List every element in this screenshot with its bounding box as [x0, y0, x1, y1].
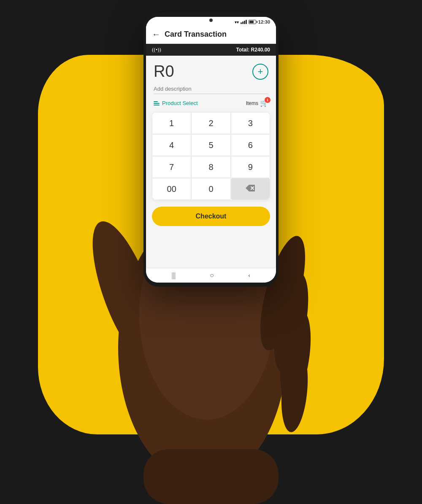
key-0[interactable]: 0 [191, 178, 230, 200]
phone-device: ▾▾ 12:30 ← Car [143, 13, 279, 287]
key-backspace[interactable] [231, 178, 270, 200]
signal-bar-1 [241, 22, 242, 24]
product-row: Product Select Items 🛒 1 [152, 98, 270, 108]
key-7[interactable]: 7 [152, 156, 191, 178]
menu-line-3 [154, 105, 160, 105]
amount-display: R0 [154, 62, 174, 81]
key-9[interactable]: 9 [231, 156, 270, 178]
key-2[interactable]: 2 [191, 112, 230, 134]
total-amount: Total: R240.00 [236, 47, 270, 53]
back-button[interactable]: ← [152, 30, 160, 39]
signal-icon [241, 20, 247, 24]
battery-icon [249, 20, 256, 24]
menu-lines-icon [154, 101, 160, 105]
menu-line-2 [154, 103, 160, 104]
key-3[interactable]: 3 [231, 112, 270, 134]
scene: ▾▾ 12:30 ← Car [0, 0, 422, 504]
home-icon[interactable]: ○ [210, 272, 214, 279]
key-4[interactable]: 4 [152, 134, 191, 156]
transaction-bar: ((•)) Total: R240.00 [146, 44, 276, 56]
numpad: 1 2 3 4 5 6 7 8 9 00 0 [152, 112, 270, 200]
key-8[interactable]: 8 [191, 156, 230, 178]
phone-camera [209, 19, 213, 22]
app-header: ← Card Transaction [146, 26, 276, 44]
product-select-button[interactable]: Product Select [154, 100, 198, 106]
menu-line-1 [154, 101, 158, 102]
phone-screen: ▾▾ 12:30 ← Car [146, 17, 276, 283]
description-input[interactable] [154, 86, 268, 94]
svg-rect-7 [143, 449, 279, 504]
product-select-label: Product Select [162, 100, 198, 106]
signal-bar-2 [242, 22, 243, 24]
page-title: Card Transaction [165, 30, 227, 39]
plus-icon: + [258, 66, 263, 77]
battery-fill [249, 21, 254, 23]
wifi-icon: ▾▾ [235, 20, 239, 24]
signal-bar-3 [244, 21, 245, 24]
signal-bar-4 [246, 20, 247, 24]
amount-row: R0 + [152, 62, 270, 81]
items-label: Items [246, 100, 258, 106]
main-content: R0 + [146, 56, 276, 268]
status-icons: ▾▾ [235, 20, 256, 24]
backspace-icon [246, 185, 255, 193]
nfc-icon: ((•)) [152, 46, 161, 53]
items-badge-wrapper[interactable]: Items 🛒 1 [246, 99, 268, 107]
nav-back-icon[interactable]: ‹ [248, 272, 250, 279]
key-1[interactable]: 1 [152, 112, 191, 134]
checkout-button[interactable]: Checkout [152, 207, 270, 226]
cart-icon-wrapper: 🛒 1 [260, 99, 268, 107]
key-5[interactable]: 5 [191, 134, 230, 156]
key-00[interactable]: 00 [152, 178, 191, 200]
description-row [152, 85, 270, 94]
items-count-badge: 1 [265, 97, 271, 103]
add-button[interactable]: + [252, 64, 268, 80]
recent-apps-icon[interactable]: ||| [172, 272, 176, 279]
key-6[interactable]: 6 [231, 134, 270, 156]
status-time: 12:30 [258, 19, 270, 24]
bottom-nav: ||| ○ ‹ [146, 268, 276, 283]
